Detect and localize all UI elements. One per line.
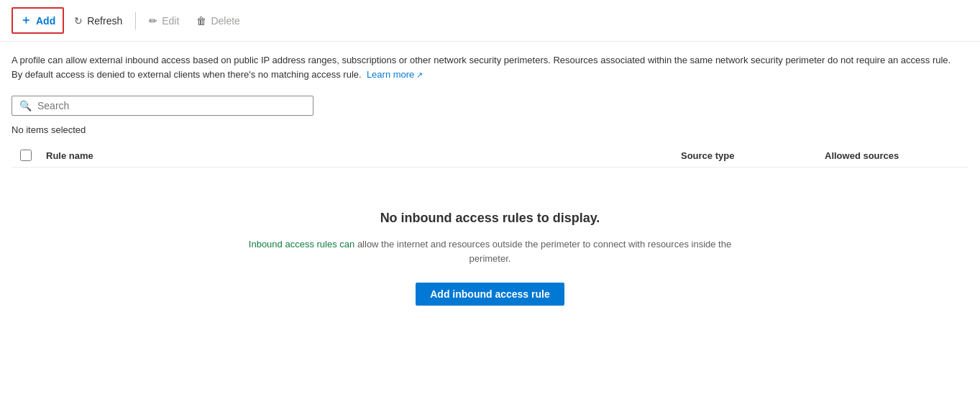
refresh-label: Refresh [87, 15, 122, 27]
description-text: A profile can allow external inbound acc… [0, 42, 963, 90]
search-icon: 🔍 [19, 100, 32, 111]
col-header-source-type: Source type [681, 150, 825, 161]
delete-button[interactable]: 🗑 Delete [189, 11, 247, 31]
edit-icon: ✏ [149, 15, 157, 27]
edit-label: Edit [162, 15, 179, 27]
search-box: 🔍 [12, 96, 313, 116]
add-button[interactable]: ＋ Add [12, 7, 64, 34]
empty-state-description: Inbound access rules can allow the inter… [239, 237, 742, 265]
table-header: Rule name Source type Allowed sources [12, 144, 968, 168]
toolbar-divider [135, 12, 136, 29]
col-header-allowed-sources: Allowed sources [825, 150, 968, 161]
edit-button[interactable]: ✏ Edit [142, 11, 186, 31]
refresh-icon: ↻ [74, 15, 83, 27]
col-header-rule-name: Rule name [40, 150, 681, 161]
delete-label: Delete [211, 15, 239, 27]
add-inbound-rule-button[interactable]: Add inbound access rule [416, 283, 564, 306]
search-container: 🔍 [0, 90, 980, 119]
empty-state: No inbound access rules to display. Inbo… [0, 168, 980, 334]
description-body: A profile can allow external inbound acc… [12, 55, 951, 80]
toolbar: ＋ Add ↻ Refresh ✏ Edit 🗑 Delete [0, 0, 980, 42]
empty-state-title: No inbound access rules to display. [380, 211, 600, 226]
header-checkbox-cell [12, 150, 40, 161]
table-container: Rule name Source type Allowed sources [0, 144, 980, 168]
search-input[interactable] [37, 100, 306, 111]
add-label: Add [36, 15, 55, 27]
refresh-button[interactable]: ↻ Refresh [67, 11, 129, 31]
delete-icon: 🗑 [196, 15, 206, 27]
learn-more-link[interactable]: Learn more [367, 69, 423, 80]
selection-status: No items selected [0, 119, 980, 138]
select-all-checkbox[interactable] [20, 150, 32, 161]
add-icon: ＋ [20, 13, 32, 28]
